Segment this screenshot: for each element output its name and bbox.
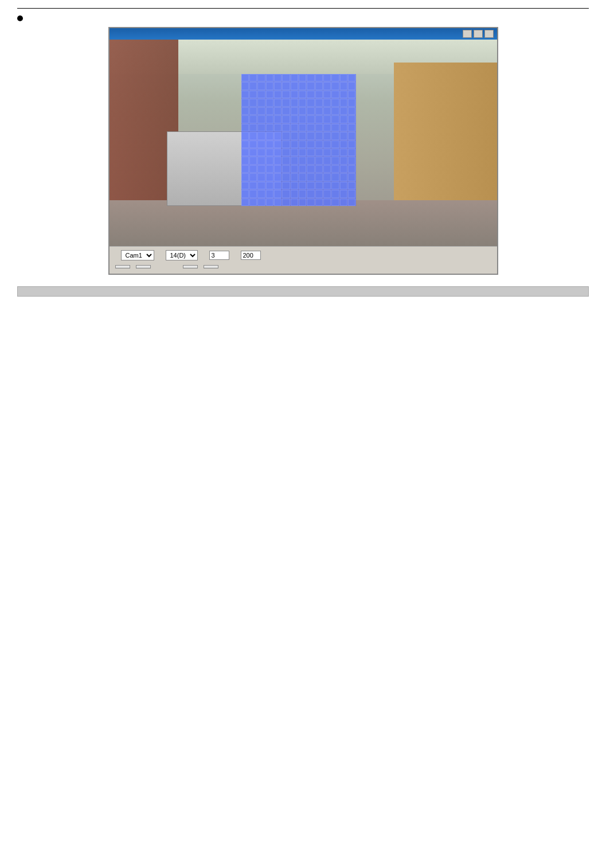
grid-cell[interactable] <box>266 198 273 206</box>
grid-cell[interactable] <box>340 149 347 156</box>
grid-cell[interactable] <box>249 99 257 106</box>
grid-cell[interactable] <box>282 99 290 106</box>
grid-cell[interactable] <box>291 182 298 189</box>
grid-cell[interactable] <box>266 173 273 181</box>
grid-cell[interactable] <box>291 132 298 139</box>
grid-cell[interactable] <box>307 173 314 181</box>
grid-cell[interactable] <box>331 115 339 123</box>
grid-cell[interactable] <box>257 99 265 106</box>
grid-cell[interactable] <box>348 74 355 81</box>
grid-cell[interactable] <box>266 190 273 197</box>
grid-cell[interactable] <box>249 82 257 89</box>
grid-cell[interactable] <box>348 107 355 115</box>
minimize-button[interactable] <box>463 30 472 38</box>
grid-cell[interactable] <box>299 124 306 131</box>
grid-cell[interactable] <box>315 107 323 115</box>
grid-cell[interactable] <box>307 107 314 115</box>
grid-cell[interactable] <box>274 141 282 148</box>
start-test-button[interactable] <box>204 265 218 268</box>
grid-cell[interactable] <box>266 107 273 115</box>
grid-cell[interactable] <box>266 99 273 106</box>
grid-cell[interactable] <box>266 82 273 89</box>
grid-cell[interactable] <box>257 107 265 115</box>
grid-cell[interactable] <box>249 132 257 139</box>
grid-cell[interactable] <box>340 74 347 81</box>
grid-cell[interactable] <box>348 141 355 148</box>
grid-cell[interactable] <box>241 124 249 131</box>
grid-cell[interactable] <box>299 115 306 123</box>
grid-cell[interactable] <box>348 190 355 197</box>
grid-cell[interactable] <box>340 182 347 189</box>
grid-cell[interactable] <box>266 91 273 98</box>
grid-cell[interactable] <box>282 198 290 206</box>
grid-cell[interactable] <box>307 157 314 164</box>
grid-cell[interactable] <box>257 173 265 181</box>
grid-cell[interactable] <box>241 107 249 115</box>
grid-cell[interactable] <box>257 190 265 197</box>
grid-cell[interactable] <box>307 115 314 123</box>
grid-cell[interactable] <box>299 99 306 106</box>
grid-cell[interactable] <box>241 182 249 189</box>
grid-cell[interactable] <box>274 82 282 89</box>
grid-cell[interactable] <box>348 132 355 139</box>
grid-cell[interactable] <box>315 91 323 98</box>
grid-cell[interactable] <box>274 91 282 98</box>
grid-cell[interactable] <box>274 107 282 115</box>
grid-cell[interactable] <box>257 82 265 89</box>
grid-cell[interactable] <box>331 99 339 106</box>
grid-cell[interactable] <box>340 157 347 164</box>
grid-cell[interactable] <box>291 165 298 173</box>
grid-cell[interactable] <box>249 149 257 156</box>
grid-cell[interactable] <box>241 74 249 81</box>
video-select[interactable]: Cam1 <box>121 250 154 260</box>
grid-cell[interactable] <box>331 198 339 206</box>
grid-cell[interactable] <box>331 141 339 148</box>
grid-cell[interactable] <box>331 149 339 156</box>
grid-cell[interactable] <box>331 182 339 189</box>
grid-cell[interactable] <box>315 198 323 206</box>
grid-cell[interactable] <box>291 74 298 81</box>
grid-cell[interactable] <box>340 198 347 206</box>
grid-cell[interactable] <box>299 74 306 81</box>
grid-cell[interactable] <box>299 198 306 206</box>
grid-cell[interactable] <box>241 173 249 181</box>
grid-cell[interactable] <box>340 82 347 89</box>
grid-cell[interactable] <box>307 198 314 206</box>
grid-cell[interactable] <box>315 141 323 148</box>
grid-cell[interactable] <box>241 132 249 139</box>
grid-cell[interactable] <box>299 132 306 139</box>
grid-cell[interactable] <box>323 124 331 131</box>
grid-cell[interactable] <box>323 173 331 181</box>
grid-cell[interactable] <box>274 157 282 164</box>
grid-cell[interactable] <box>323 182 331 189</box>
grid-cell[interactable] <box>282 91 290 98</box>
grid-cell[interactable] <box>340 141 347 148</box>
grid-cell[interactable] <box>257 141 265 148</box>
grid-cell[interactable] <box>282 149 290 156</box>
grid-cell[interactable] <box>331 157 339 164</box>
grid-cell[interactable] <box>257 165 265 173</box>
grid-cell[interactable] <box>307 124 314 131</box>
grid-cell[interactable] <box>266 115 273 123</box>
grid-cell[interactable] <box>307 190 314 197</box>
grid-cell[interactable] <box>340 132 347 139</box>
grid-cell[interactable] <box>257 157 265 164</box>
grid-cell[interactable] <box>249 124 257 131</box>
grid-cell[interactable] <box>241 141 249 148</box>
grid-cell[interactable] <box>274 149 282 156</box>
grid-cell[interactable] <box>299 82 306 89</box>
grid-cell[interactable] <box>348 182 355 189</box>
grid-cell[interactable] <box>291 99 298 106</box>
select-all-button[interactable] <box>115 265 130 268</box>
grid-cell[interactable] <box>266 132 273 139</box>
grid-cell[interactable] <box>266 74 273 81</box>
grid-cell[interactable] <box>340 99 347 106</box>
grid-cell[interactable] <box>315 149 323 156</box>
grid-cell[interactable] <box>249 157 257 164</box>
sensitivity-select[interactable]: 14(D) <box>166 250 198 260</box>
grid-cell[interactable] <box>299 165 306 173</box>
grid-cell[interactable] <box>291 91 298 98</box>
grid-cell[interactable] <box>307 182 314 189</box>
grid-cell[interactable] <box>241 149 249 156</box>
grid-cell[interactable] <box>348 124 355 131</box>
